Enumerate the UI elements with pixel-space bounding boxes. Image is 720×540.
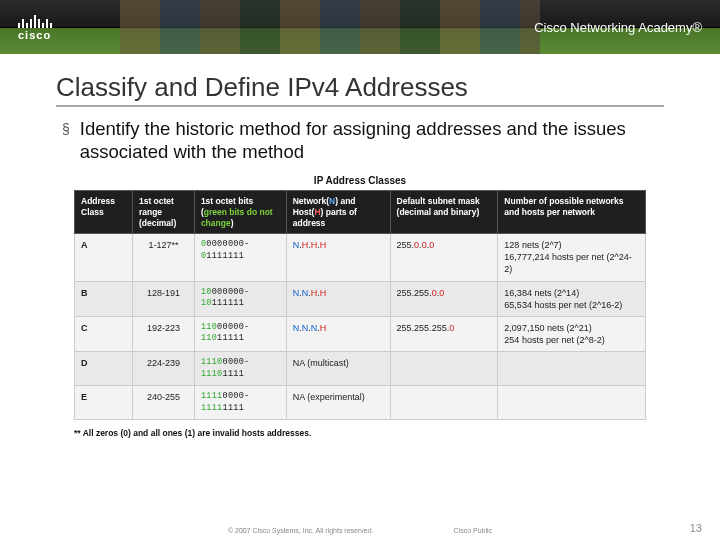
table-row: A1-127**00000000-01111111N.H.H.H255.0.0.…	[75, 234, 646, 281]
cell-mask: 255.255.255.0	[390, 316, 498, 351]
cisco-wordmark: cisco	[18, 29, 51, 41]
bullet-text: Identify the historic method for assigni…	[80, 117, 664, 163]
cell-class: A	[75, 234, 133, 281]
table-row: D224-23911100000-11101111NA (multicast)	[75, 352, 646, 386]
cell-count	[498, 352, 646, 386]
cell-mask	[390, 386, 498, 420]
th-class: Address Class	[75, 191, 133, 234]
cell-class: C	[75, 316, 133, 351]
th-bits: 1st octet bits (green bits do not change…	[194, 191, 286, 234]
th-range: 1st octet range (decimal)	[132, 191, 194, 234]
cell-nh: N.N.H.H	[286, 281, 390, 316]
cell-nh: N.H.H.H	[286, 234, 390, 281]
cell-bits: 11000000-11011111	[194, 316, 286, 351]
cell-count	[498, 386, 646, 420]
cell-count: 2,097,150 nets (2^21) 254 hosts per net …	[498, 316, 646, 351]
footer-label: Cisco Public	[454, 527, 493, 534]
cell-class: E	[75, 386, 133, 420]
academy-text: Cisco Networking Academy®	[534, 20, 702, 35]
table-row: E240-25511110000-11111111NA (experimenta…	[75, 386, 646, 420]
table-body: A1-127**00000000-01111111N.H.H.H255.0.0.…	[75, 234, 646, 420]
th-mask: Default subnet mask (decimal and binary)	[390, 191, 498, 234]
cell-mask	[390, 352, 498, 386]
bullet-icon: §	[62, 121, 70, 163]
table-row: C192-22311000000-11011111N.N.N.H255.255.…	[75, 316, 646, 351]
cell-bits: 11110000-11111111	[194, 386, 286, 420]
bullet-item: § Identify the historic method for assig…	[62, 117, 664, 163]
ip-classes-figure: IP Address Classes Address Class 1st oct…	[74, 175, 646, 438]
cell-bits: 11100000-11101111	[194, 352, 286, 386]
cell-bits: 00000000-01111111	[194, 234, 286, 281]
cell-class: D	[75, 352, 133, 386]
cell-mask: 255.0.0.0	[390, 234, 498, 281]
table-row: B128-19110000000-10111111N.N.H.H255.255.…	[75, 281, 646, 316]
cell-count: 16,384 nets (2^14) 65,534 hosts per net …	[498, 281, 646, 316]
cell-range: 1-127**	[132, 234, 194, 281]
figure-footnote: ** All zeros (0) and all ones (1) are in…	[74, 428, 646, 438]
cell-nh: N.N.N.H	[286, 316, 390, 351]
cell-range: 192-223	[132, 316, 194, 351]
ip-classes-table: Address Class 1st octet range (decimal) …	[74, 190, 646, 420]
page-title: Classify and Define IPv4 Addresses	[56, 72, 664, 107]
th-count: Number of possible networks and hosts pe…	[498, 191, 646, 234]
cell-nh: NA (multicast)	[286, 352, 390, 386]
cell-class: B	[75, 281, 133, 316]
cell-bits: 10000000-10111111	[194, 281, 286, 316]
header-photo-strip	[120, 0, 540, 54]
cell-count: 128 nets (2^7) 16,777,214 hosts per net …	[498, 234, 646, 281]
cell-range: 128-191	[132, 281, 194, 316]
footer-copyright: © 2007 Cisco Systems, Inc. All rights re…	[228, 527, 374, 534]
cell-mask: 255.255.0.0	[390, 281, 498, 316]
cell-nh: NA (experimental)	[286, 386, 390, 420]
footer: © 2007 Cisco Systems, Inc. All rights re…	[0, 527, 720, 534]
cell-range: 240-255	[132, 386, 194, 420]
table-header-row: Address Class 1st octet range (decimal) …	[75, 191, 646, 234]
header-band: cisco Cisco Networking Academy®	[0, 0, 720, 54]
page-number: 13	[690, 522, 702, 534]
cell-range: 224-239	[132, 352, 194, 386]
content-area: Classify and Define IPv4 Addresses § Ide…	[0, 54, 720, 438]
figure-title: IP Address Classes	[74, 175, 646, 186]
th-nh: Network(N) and Host(H) parts of address	[286, 191, 390, 234]
cisco-logo: cisco	[18, 14, 52, 41]
cisco-bars-icon	[18, 14, 52, 28]
